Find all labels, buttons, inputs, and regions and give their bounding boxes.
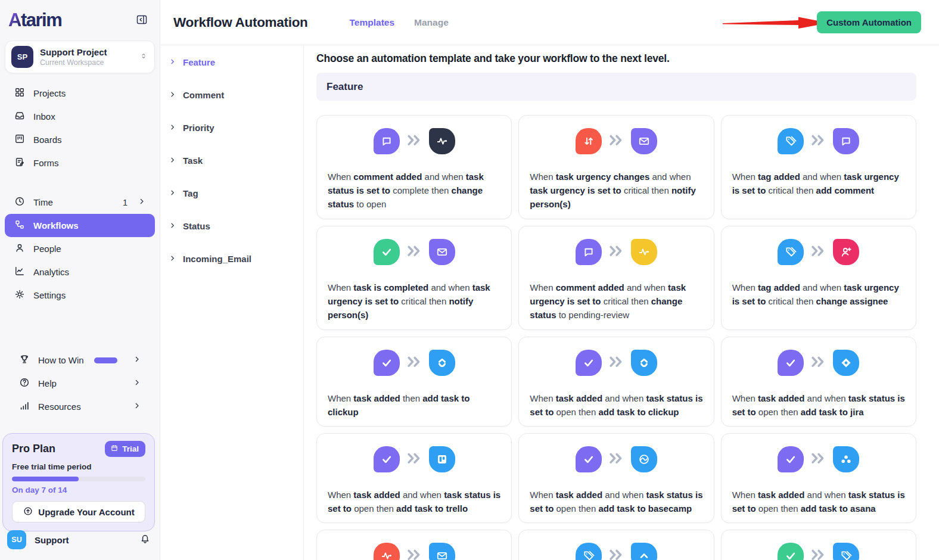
automation-template-card[interactable]: When task urgency changes and when task … (518, 115, 714, 219)
atarim-logo: Atarim (8, 10, 61, 31)
chevron-right-icon (169, 155, 176, 166)
jira-icon (833, 350, 859, 376)
double-chevron-icon (406, 356, 422, 371)
automation-template-card[interactable]: When tag added and when task urgency is … (721, 115, 916, 219)
sidebar-item-help[interactable]: Help (10, 372, 150, 395)
resources-icon (18, 400, 30, 413)
plan-title: Pro Plan (12, 443, 55, 455)
tab-manage[interactable]: Manage (414, 17, 449, 28)
sidebar-secondary-nav: How to WinHelpResources (5, 349, 155, 418)
comment-icon (374, 128, 400, 154)
comment-icon (576, 239, 602, 265)
trial-progress-bar (12, 477, 145, 481)
sidebar-item-label: Analytics (33, 267, 146, 277)
sidebar-item-label: Time (33, 197, 115, 207)
sidebar-item-projects[interactable]: Projects (5, 82, 155, 105)
check-icon (374, 350, 400, 376)
card-description: When comment added and when task urgency… (519, 281, 713, 322)
automation-template-card[interactable]: When task added and when task status is … (316, 433, 512, 523)
tag-icon (778, 239, 804, 265)
category-label: Comment (183, 90, 224, 100)
sidebar-item-how-to-win[interactable]: How to Win (10, 349, 150, 372)
clickup-icon (429, 350, 455, 376)
card-icons (317, 128, 511, 154)
category-comment[interactable]: Comment (161, 79, 303, 111)
double-chevron-icon (406, 452, 422, 467)
card-description: When task urgency changes and when task … (519, 170, 713, 211)
bell-icon[interactable] (139, 533, 151, 547)
sidebar-item-boards[interactable]: Boards (5, 128, 155, 151)
workflow-icon (14, 219, 26, 232)
card-icons (722, 128, 916, 154)
gear-icon (14, 288, 26, 302)
sidebar-item-analytics[interactable]: Analytics (5, 260, 155, 284)
sidebar-item-inbox[interactable]: Inbox (5, 105, 155, 128)
activity-icon (631, 239, 657, 265)
calendar-icon (110, 444, 119, 454)
automation-template-card[interactable]: When tag added and when task urgency is … (721, 226, 916, 330)
category-feature[interactable]: Feature (161, 46, 303, 79)
check-icon (778, 350, 804, 376)
section-header-feature: Feature (316, 73, 916, 101)
card-description: When task added and when task status is … (519, 391, 713, 419)
collapse-sidebar-icon[interactable] (135, 13, 149, 27)
person-icon (14, 242, 26, 256)
chevron-right-icon (169, 90, 176, 100)
double-chevron-icon (810, 356, 826, 371)
tab-templates[interactable]: Templates (350, 17, 395, 28)
automation-template-card[interactable]: When task added and when task status is … (518, 433, 714, 523)
sidebar-item-settings[interactable]: Settings (5, 284, 155, 307)
sidebar-item-label: Projects (33, 88, 146, 98)
automation-template-card[interactable] (316, 530, 512, 560)
grid-icon (14, 86, 26, 100)
automation-template-card[interactable]: When task is completed and when task urg… (316, 226, 512, 330)
upgrade-account-button[interactable]: Upgrade Your Account (12, 501, 145, 522)
automation-template-card[interactable] (518, 530, 714, 560)
double-chevron-icon (810, 245, 826, 260)
sidebar-item-workflows[interactable]: Workflows (5, 214, 155, 237)
support-user-row[interactable]: SU Support (7, 530, 151, 549)
tag-icon (833, 543, 859, 560)
page-title: Workflow Automation (173, 15, 308, 30)
card-icons (722, 446, 916, 472)
automation-template-card[interactable]: When comment added and when task urgency… (518, 226, 714, 330)
category-status[interactable]: Status (161, 210, 303, 242)
custom-automation-button[interactable]: Custom Automation (817, 11, 921, 33)
double-chevron-icon (406, 245, 422, 260)
tag-icon (576, 543, 602, 560)
double-chevron-icon (608, 134, 624, 149)
automation-template-card[interactable] (721, 530, 916, 560)
card-icons (722, 239, 916, 265)
double-chevron-icon (810, 549, 826, 560)
sidebar-item-label: Help (38, 378, 125, 388)
activity-icon (374, 543, 400, 560)
automation-template-card[interactable]: When task added then add task to clickup (316, 337, 512, 427)
card-icons (722, 543, 916, 560)
user-avatar: SU (7, 530, 26, 549)
workspace-selector[interactable]: SP Support Project Current Workspace (5, 41, 155, 73)
sidebar: Atarim SP Support Project Current Worksp… (0, 0, 160, 560)
sidebar-item-time[interactable]: Time1 (5, 191, 155, 214)
automation-template-card[interactable]: When task added and when task status is … (721, 337, 916, 427)
category-incoming_email[interactable]: Incoming_Email (161, 242, 303, 275)
chevron-right-icon (169, 188, 176, 198)
chevron-up-icon (631, 543, 657, 560)
category-task[interactable]: Task (161, 144, 303, 177)
workspace-subtitle: Current Workspace (40, 58, 132, 67)
sidebar-item-resources[interactable]: Resources (10, 395, 150, 418)
automation-template-card[interactable]: When task added and when task status is … (518, 337, 714, 427)
check-icon (778, 446, 804, 472)
card-description: When task added and when task status is … (519, 488, 713, 515)
sidebar-item-people[interactable]: People (5, 237, 155, 260)
automation-template-card[interactable]: When task added and when task status is … (721, 433, 916, 523)
category-priority[interactable]: Priority (161, 111, 303, 144)
trello-icon (429, 446, 455, 472)
sidebar-item-forms[interactable]: Forms (5, 151, 155, 175)
sidebar-item-label: People (33, 244, 146, 254)
analytics-icon (14, 265, 26, 279)
category-panel: FeatureCommentPriorityTaskTagStatusIncom… (161, 45, 304, 560)
automation-template-card[interactable]: When comment added and when task status … (316, 115, 512, 219)
chevron-right-icon (169, 123, 176, 133)
category-tag[interactable]: Tag (161, 177, 303, 210)
card-icons (317, 239, 511, 265)
